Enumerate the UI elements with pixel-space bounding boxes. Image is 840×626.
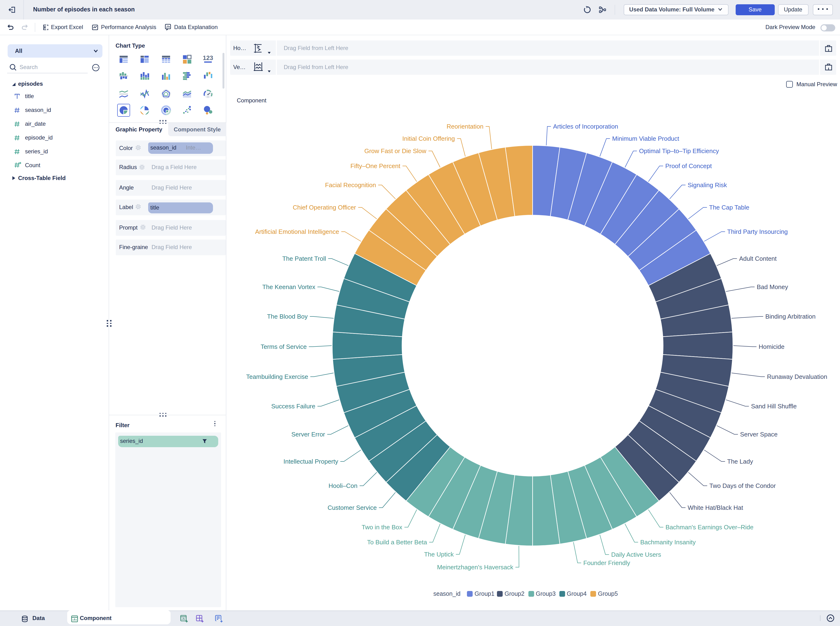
svg-text:White Hat/Black Hat: White Hat/Black Hat [688, 504, 743, 511]
svg-text:Bachman's Earnings Over–Ride: Bachman's Earnings Over–Ride [666, 524, 754, 531]
svg-text:Bad Money: Bad Money [757, 283, 788, 291]
svg-text:Optimal Tip–to–Tip Efficiency: Optimal Tip–to–Tip Efficiency [639, 147, 719, 155]
svg-text:Facial Recognition: Facial Recognition [325, 182, 376, 189]
svg-text:Sand Hill Shuffle: Sand Hill Shuffle [751, 403, 797, 410]
svg-text:Articles of Incorporation: Articles of Incorporation [553, 123, 618, 130]
svg-text:Two Days of the Condor: Two Days of the Condor [710, 482, 776, 489]
svg-text:Third Party Insourcing: Third Party Insourcing [727, 228, 788, 235]
svg-text:The Lady: The Lady [727, 458, 753, 465]
svg-text:Initial Coin Offering: Initial Coin Offering [402, 135, 455, 142]
svg-text:Terms of Service: Terms of Service [261, 343, 307, 350]
svg-text:Homicide: Homicide [759, 343, 785, 350]
svg-text:Server Error: Server Error [291, 431, 325, 438]
svg-text:Adult Content: Adult Content [739, 255, 777, 262]
svg-text:Runaway Devaluation: Runaway Devaluation [767, 373, 827, 380]
svg-text:Reorientation: Reorientation [447, 123, 484, 130]
svg-text:The Cap Table: The Cap Table [709, 204, 749, 211]
svg-text:123: 123 [203, 55, 213, 62]
svg-text:The Keenan Vortex: The Keenan Vortex [262, 283, 315, 291]
svg-text:The Patent Troll: The Patent Troll [282, 255, 326, 262]
svg-text:Fifty–One Percent: Fifty–One Percent [350, 163, 400, 169]
svg-text:Binding Arbitration: Binding Arbitration [765, 313, 816, 320]
svg-text:Two in the Box: Two in the Box [362, 524, 402, 531]
svg-text:Hooli–Con: Hooli–Con [329, 482, 357, 489]
svg-text:Server Space: Server Space [740, 431, 778, 438]
svg-text:The Uptick: The Uptick [424, 551, 454, 558]
svg-text:Proof of Concept: Proof of Concept [665, 163, 712, 169]
svg-text:Founder Friendly: Founder Friendly [583, 559, 630, 567]
svg-text:Daily Active Users: Daily Active Users [611, 551, 661, 558]
svg-text:The Blood Boy: The Blood Boy [267, 313, 308, 320]
svg-text:Customer Service: Customer Service [328, 504, 377, 511]
svg-text:Minimum Viable Product: Minimum Viable Product [612, 135, 679, 142]
svg-text:Success Failure: Success Failure [271, 403, 315, 410]
svg-text:Bachmanity Insanity: Bachmanity Insanity [640, 538, 696, 546]
svg-text:Artificial Emotional Intellige: Artificial Emotional Intelligence [255, 228, 339, 235]
svg-text:Meinertzhagen's Haversack: Meinertzhagen's Haversack [437, 563, 514, 571]
svg-text:Chief Operating Officer: Chief Operating Officer [293, 204, 356, 211]
svg-text:Signaling Risk: Signaling Risk [688, 182, 727, 189]
svg-text:Intellectual Property: Intellectual Property [284, 458, 338, 465]
svg-text:Grow Fast or Die Slow: Grow Fast or Die Slow [365, 147, 426, 155]
svg-text:To Build a Better Beta: To Build a Better Beta [367, 538, 427, 546]
svg-text:Teambuilding Exercise: Teambuilding Exercise [246, 373, 308, 380]
